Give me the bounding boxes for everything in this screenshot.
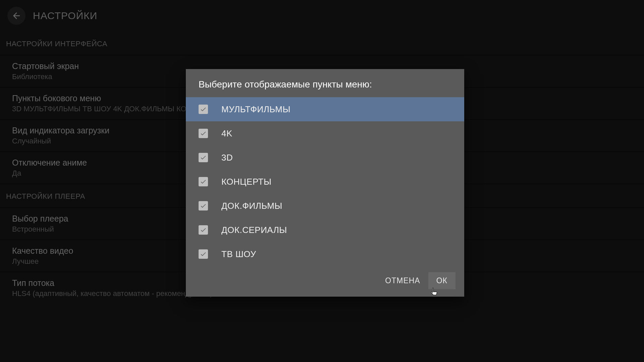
option-label: 3D <box>221 153 233 163</box>
option-label: 4K <box>221 128 232 139</box>
checkbox[interactable] <box>199 129 208 138</box>
checkbox[interactable] <box>199 153 208 162</box>
dialog-title: Выберите отображаемые пункты меню: <box>186 69 464 97</box>
checkbox[interactable] <box>199 177 208 186</box>
option-label: ДОК.СЕРИАЛЫ <box>221 225 287 235</box>
option-label: ТВ ШОУ <box>221 249 256 259</box>
option-label: КОНЦЕРТЫ <box>221 177 272 187</box>
option-label: МУЛЬТФИЛЬМЫ <box>221 104 290 115</box>
checkbox[interactable] <box>199 249 208 259</box>
dialog-option-4[interactable]: ДОК.ФИЛЬМЫ <box>186 194 464 218</box>
dialog-option-3[interactable]: КОНЦЕРТЫ <box>186 170 464 194</box>
check-icon <box>200 202 207 209</box>
check-icon <box>200 227 207 233</box>
menu-items-dialog: Выберите отображаемые пункты меню: МУЛЬТ… <box>186 69 464 297</box>
dialog-actions: ОТМЕНА ОК <box>186 266 464 297</box>
checkbox[interactable] <box>199 225 208 235</box>
dialog-option-5[interactable]: ДОК.СЕРИАЛЫ <box>186 218 464 242</box>
check-icon <box>200 154 207 161</box>
checkbox[interactable] <box>199 201 208 210</box>
checkbox[interactable] <box>199 105 208 114</box>
check-icon <box>200 251 207 257</box>
check-icon <box>200 130 207 137</box>
dialog-option-0[interactable]: МУЛЬТФИЛЬМЫ <box>186 97 464 121</box>
check-icon <box>200 178 207 185</box>
dialog-options-list: МУЛЬТФИЛЬМЫ4K3DКОНЦЕРТЫДОК.ФИЛЬМЫДОК.СЕР… <box>186 97 464 266</box>
cancel-button[interactable]: ОТМЕНА <box>377 272 428 289</box>
option-label: ДОК.ФИЛЬМЫ <box>221 201 282 211</box>
check-icon <box>200 106 207 113</box>
dialog-option-1[interactable]: 4K <box>186 121 464 145</box>
ok-button[interactable]: ОК <box>428 272 455 289</box>
dialog-option-2[interactable]: 3D <box>186 145 464 170</box>
dialog-option-6[interactable]: ТВ ШОУ <box>186 242 464 266</box>
